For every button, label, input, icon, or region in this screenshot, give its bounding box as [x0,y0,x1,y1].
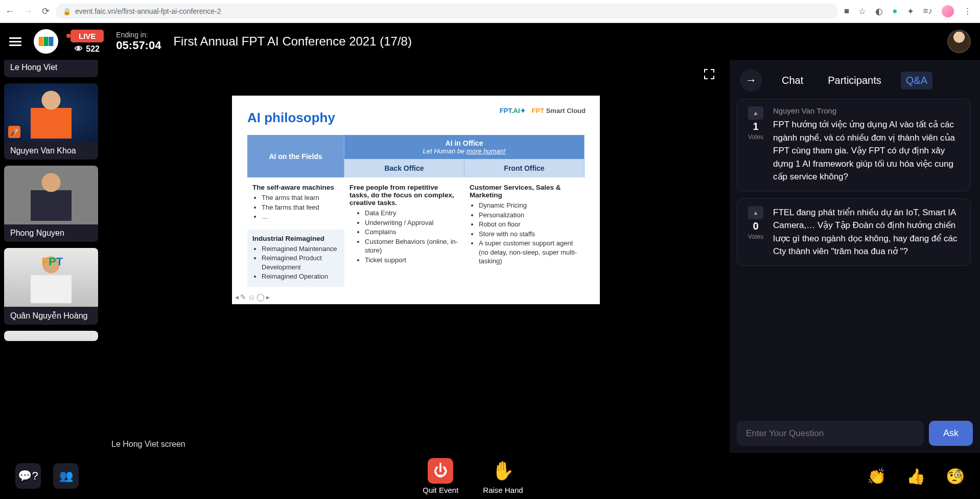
countdown: Ending in: 05:57:04 [116,31,161,52]
tab-chat[interactable]: Chat [777,72,808,89]
slide-emoji-icon[interactable]: ☺ [248,293,255,301]
qa-card: ▲ 1 Votes Nguyen Van Trong FPT hướng tới… [737,99,971,191]
vote-count: 0 [753,220,758,232]
person-silhouette [31,87,72,139]
left-block2-list: Reimagined Maintenance Reimagined Produc… [252,244,339,281]
shared-slide: FPT.AI✦ FPT Smart Cloud AI philosophy AI… [232,96,600,304]
participant-card[interactable]: FPT Quân Nguyễn Hoàng [4,248,98,325]
participant-card[interactable]: Phong Nguyen [4,166,98,242]
list-item: Reimagined Product Development [262,254,339,271]
slide-next-icon[interactable]: ▸ [266,293,270,301]
col-header-back: Back Office [344,159,464,177]
slide-prev-icon[interactable]: ◂ [235,293,239,301]
reaction-thumbs-up-icon[interactable]: 👍 [906,467,925,485]
slide-unknown-icon[interactable]: ◯ [256,293,265,301]
quit-icon: ⏻ [428,458,453,484]
back-icon[interactable]: ← [5,6,14,17]
participant-name: Quân Nguyễn Hoàng [4,307,98,325]
col-header-office: AI in Office Let Human be more human! [344,135,585,159]
participants-sidebar[interactable]: Le Hong Viet 🎤̸ Nguyen Van Khoa Phong Ng… [0,60,102,453]
list-item: Underwriting / Approval [365,218,459,228]
tab-qa[interactable]: Q&A [901,72,932,89]
question-input[interactable] [737,421,924,446]
extension-grammarly-icon[interactable]: ● [892,6,897,16]
bottom-toolbar: 💬? 👥 ⏻ Quit Event ✋ Raise Hand 👏 👍 🧐 [0,453,980,499]
vote-label: Votes [748,133,763,141]
fullscreen-icon[interactable] [703,68,715,82]
tab-participants[interactable]: Participants [823,72,886,89]
video-icon[interactable]: ■⁢ [844,6,849,16]
profile-avatar[interactable] [942,5,954,17]
list-item: Data Entry [365,209,459,218]
lock-icon: 🔒 [63,8,71,15]
upvote-button[interactable]: ▲ [748,106,763,120]
vote-label: Votes [748,233,763,240]
slide-front-column: Customer Services, Sales & Marketing Dyn… [464,177,585,287]
list-item: Reimagined Operation [262,272,339,281]
participant-video: FPT [4,248,98,307]
qa-input-row: Ask [737,421,973,446]
browser-nav: ← → ⟳ [5,6,50,17]
reaction-clap-icon[interactable]: 👏 [867,467,886,485]
people-button[interactable]: 👥 [53,463,79,489]
viewer-count: 👁 522 [75,44,100,54]
slide-pen-icon[interactable]: ✎ [240,293,246,301]
vote-count: 1 [753,121,758,132]
participant-video [4,166,98,224]
slide-logos: FPT.AI✦ FPT Smart Cloud [500,107,586,115]
reload-icon[interactable]: ⟳ [42,6,50,17]
extensions-puzzle-icon[interactable]: ✦ [907,6,914,17]
presenter-name-cut: Le Hong Viet [4,60,98,77]
help-icon: 💬? [15,463,41,489]
quit-event-button[interactable]: ⏻ Quit Event [423,458,458,494]
qa-text: FTEL đang phát triển nhiều dự án IoT, Sm… [773,206,962,258]
list-item: … [262,212,339,221]
raise-hand-label: Raise Hand [483,486,523,494]
browser-menu-icon[interactable]: ⋮ [963,6,972,17]
extension-privacy-icon[interactable]: ◐ [875,6,883,17]
fpt-watermark: FPT [42,255,63,268]
event-logo[interactable] [34,29,58,54]
left-block2-title: Industrial Reimagined [252,235,339,242]
svg-rect-1 [44,37,49,46]
user-avatar[interactable] [947,30,971,53]
participant-card[interactable]: 🎤̸ Nguyen Van Khoa [4,83,98,160]
slide-back-column: Free people from repetitive tasks, do th… [344,177,464,287]
col-header-front: Front Office [464,159,585,177]
office-header-title: AI in Office [347,139,581,147]
countdown-label: Ending in: [116,31,161,39]
front-list: Dynamic Pricing Personalization Robot on… [470,201,579,266]
address-bar[interactable]: 🔒 event.faic.vn/e/first-annual-fpt-ai-co… [56,4,838,19]
col-header-fields: AI on the Fields [247,135,344,177]
url-text: event.faic.vn/e/first-annual-fpt-ai-conf… [75,7,221,15]
participant-card[interactable] [4,331,98,341]
forward-icon[interactable]: → [24,6,33,17]
svg-rect-0 [39,37,43,46]
fpt-ai-logo: FPT.AI✦ [500,107,526,115]
browser-extensions: ■⁢ ☆ ◐ ● ✦ ≡♪ ⋮ [844,5,975,17]
mic-muted-icon: 🎤̸ [8,126,20,138]
raise-hand-button[interactable]: ✋ Raise Hand [483,458,523,494]
list-item: Reimagined Maintenance [262,244,339,254]
reaction-thinking-icon[interactable]: 🧐 [946,467,965,485]
upvote-button[interactable]: ▲ [748,206,763,219]
list-item: The farms that feed [262,203,339,212]
participant-video [4,331,98,341]
bookmark-star-icon[interactable]: ☆ [858,6,866,17]
list-item: Store with no staffs [479,230,579,239]
front-title: Customer Services, Sales & Marketing [470,184,579,199]
viewer-count-number: 522 [86,44,100,54]
person-silhouette [31,170,72,221]
list-item: Customer Behaviors (online, in-store) [365,237,459,255]
qa-list[interactable]: ▲ 1 Votes Nguyen Van Trong FPT hướng tới… [737,99,973,414]
ask-button[interactable]: Ask [929,421,973,446]
slide-left-column: The self-aware machines The arms that le… [247,177,344,287]
help-button[interactable]: 💬? [15,463,41,489]
collapse-panel-icon[interactable]: → [740,69,762,92]
participant-name: Phong Nguyen [4,224,98,242]
hamburger-menu[interactable] [9,35,21,48]
browser-toolbar: ← → ⟳ 🔒 event.faic.vn/e/first-annual-fpt… [0,0,980,23]
readlist-icon[interactable]: ≡♪ [923,6,932,16]
slide-nav-controls: ◂ ✎ ☺ ◯ ▸ [235,293,270,301]
main-stage: FPT.AI✦ FPT Smart Cloud AI philosophy AI… [102,60,730,453]
